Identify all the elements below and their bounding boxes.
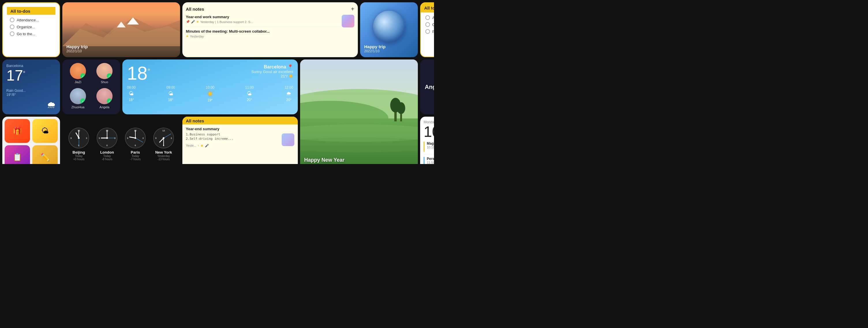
minute-hand-beijing — [79, 130, 79, 138]
contact-name-angela: Angela — [99, 106, 110, 109]
contact-name-jiazi: JiaZi — [74, 80, 81, 84]
todos-big-title: All to-dos — [424, 5, 434, 10]
contact-shuo[interactable]: ✓ Shuo — [92, 63, 117, 86]
clock-face-beijing: 12 3 6 9 — [68, 128, 89, 148]
contact-jiazi[interactable]: ✓ JiaZi — [66, 63, 90, 86]
todos-big-circle-1[interactable] — [425, 15, 430, 20]
clock-sub2-beijing: +0 hours — [68, 158, 89, 161]
note-meta-2: ★ Yesterday — [186, 34, 354, 38]
clock-city-paris: Paris — [125, 150, 146, 154]
notes-wide-plus[interactable]: + — [351, 6, 354, 12]
ball-sphere — [373, 11, 405, 42]
todos-big-item-2[interactable]: Organize meeting minutes and reply to... — [425, 22, 434, 27]
hour-temp-1: 18° — [166, 98, 175, 102]
weather-hour-3: 11:00 🌤 20° — [245, 86, 254, 102]
edit-app-icon[interactable]: ✏️ — [32, 145, 58, 164]
hour-time-1: 09:00 — [166, 86, 175, 90]
clock-face-paris: 12 3 6 9 — [125, 128, 146, 148]
cal-day-num: 10 — [424, 124, 434, 139]
ball-caption: Happy trip 2022/1/10 — [364, 44, 385, 53]
todo-item-1[interactable]: Attendance... — [10, 18, 53, 22]
clock-beijing: 12 3 6 9 Beijing Today +0 hours — [68, 128, 89, 161]
cal-event-title-1: MagicUI Series... — [427, 142, 434, 146]
notes-small-title: All notes — [186, 118, 204, 123]
clock-face-london: 12 3 6 9 — [97, 128, 118, 148]
cal-event-title-2: Personal affairs ... — [427, 157, 434, 161]
angela-info: Angela — [425, 84, 434, 90]
mountain-photo-widget: Happy trip 2022/1/10 — [62, 2, 180, 57]
clock-center-beijing — [78, 137, 80, 139]
weather-app-icon[interactable]: 🌤 — [32, 119, 58, 143]
whatsapp-badge-angela: ✓ — [107, 98, 112, 103]
cal-event-time-1: 10:10 - 10:30 — [427, 146, 434, 149]
location-pin-icon: 📍 — [287, 64, 293, 69]
clock-sub2-paris: -7 hours — [125, 158, 146, 161]
weather-hour-4: 12:00 🌧 20° — [284, 86, 293, 102]
ball-date: 2022/1/10 — [364, 49, 385, 53]
clock-city-london: London — [97, 150, 118, 154]
barcelona-range: 19°/8° — [6, 93, 56, 97]
hour-time-2: 10:00 — [206, 86, 214, 90]
todos-big-item-1[interactable]: Attendance approval — [425, 15, 434, 20]
notes-small-meta: Yeste... — [186, 144, 196, 147]
mountain-title: Happy trip — [66, 44, 88, 49]
notes-small-star: ★ — [200, 144, 204, 148]
mic-icon: 🎤 — [191, 20, 195, 24]
clock-paris: 12 3 6 9 Paris Today -7 hours — [125, 128, 146, 161]
clock-sub1-london: Today — [97, 154, 118, 158]
notes-small-item-title: Year-end summary — [186, 127, 294, 131]
arrow-up-icon: ↑ — [197, 144, 199, 147]
todos-big-circle-2[interactable] — [425, 22, 430, 27]
clock-sub1-beijing: Today — [68, 154, 89, 158]
barcelona-desc: Rain Good... — [6, 89, 56, 93]
svg-point-9 — [300, 138, 418, 152]
hour-time-0: 08:00 — [127, 86, 135, 90]
note-meta-1: 📌 🎤 ★ Yesterday | 1.Business support 2. … — [186, 20, 339, 24]
todos-small-title: All to-dos — [10, 9, 30, 13]
todos-big-label-3: Pick up the express from the express — [432, 29, 434, 34]
todo-circle-1[interactable] — [10, 18, 14, 22]
avatar-shuo: ✓ — [96, 63, 113, 79]
clock-num-9-beijing: 9 — [70, 137, 71, 139]
notes-wide-widget: All notes + Year-end work summary 📌 🎤 ★ … — [182, 2, 358, 57]
note-item-1[interactable]: Year-end work summary 📌 🎤 ★ Yesterday | … — [186, 15, 354, 24]
contact-zhuohua[interactable]: ✓ ZhuoHua — [66, 88, 90, 111]
hour-time-4: 12:00 — [284, 86, 293, 90]
todo-circle-2[interactable] — [10, 25, 14, 29]
hour-temp-2: 19° — [206, 98, 214, 102]
field-photo-widget: Happy New Year 2022/1/10 — [300, 59, 418, 164]
field-title: Happy New Year — [304, 157, 345, 163]
whatsapp-badge-zhuohua: ✓ — [80, 98, 85, 103]
angela-contact-widget: Angela 📞 — [420, 59, 434, 114]
todos-big-item-3[interactable]: Pick up the express from the express — [425, 29, 434, 34]
contacts-widget: ✓ JiaZi ✓ Shuo ✓ ZhuoHua ✓ Angela — [62, 59, 120, 114]
minute-hand-paris — [135, 130, 135, 138]
clock-city-beijing: Beijing — [68, 150, 89, 154]
clocks-widget: 12 3 6 9 Beijing Today +0 hours 12 3 6 9 — [62, 117, 180, 164]
hour-icon-1: 🌤 — [166, 91, 175, 97]
mountain-svg — [62, 17, 180, 46]
notes-small-body1: 1.Business support — [186, 132, 294, 137]
notes-wide-title: All notes — [186, 7, 204, 11]
clock-num-3-beijing: 3 — [86, 137, 87, 139]
hour-icon-3: 🌤 — [245, 91, 254, 97]
todo-circle-3[interactable] — [10, 31, 14, 36]
todo-item-2[interactable]: Organize... — [10, 25, 53, 29]
weather-big-desc: Sunny Good air excellent — [251, 69, 293, 74]
hour-icon-2: ☀️ — [206, 91, 214, 97]
note-item-2[interactable]: Minutes of the meeting: Multi-screen col… — [186, 27, 354, 38]
todos-big-circle-3[interactable] — [425, 29, 430, 34]
wallet-app-icon[interactable]: 🎁 — [5, 119, 30, 143]
clock-num-9-newyork: 9 — [155, 137, 156, 139]
clock-num-3-paris: 3 — [143, 137, 144, 139]
notes-app-icon[interactable]: 📋 — [5, 145, 30, 164]
clock-center-newyork — [163, 137, 164, 139]
rain-cloud-icon: 🌧 — [47, 99, 56, 110]
clock-num-9-paris: 9 — [127, 137, 128, 139]
contact-angela[interactable]: ✓ Angela — [92, 88, 117, 111]
todo-item-3[interactable]: Go to the... — [10, 31, 53, 36]
hour-icon-4: 🌧 — [284, 91, 293, 97]
hour-temp-3: 20° — [245, 98, 254, 102]
barcelona-weather-small-widget: Barcelona 17° Rain Good... 19°/8° 🌧 — [2, 59, 60, 114]
whatsapp-badge-shuo: ✓ — [107, 73, 112, 79]
